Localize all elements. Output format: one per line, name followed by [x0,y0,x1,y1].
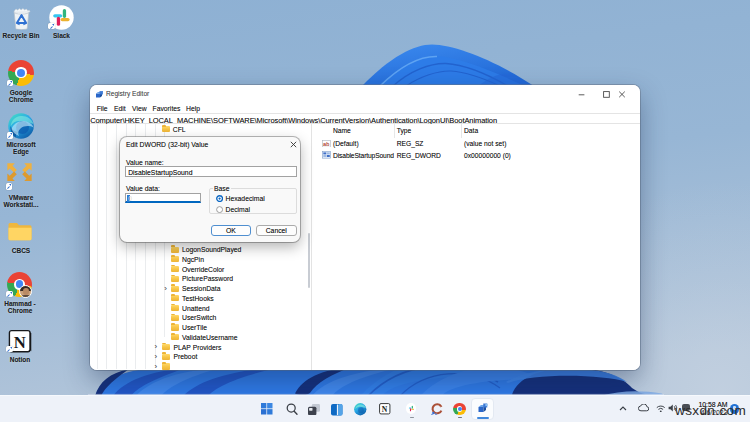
svg-text:N: N [14,332,26,351]
svg-text:N: N [382,405,388,414]
svg-text:ab: ab [323,140,329,146]
